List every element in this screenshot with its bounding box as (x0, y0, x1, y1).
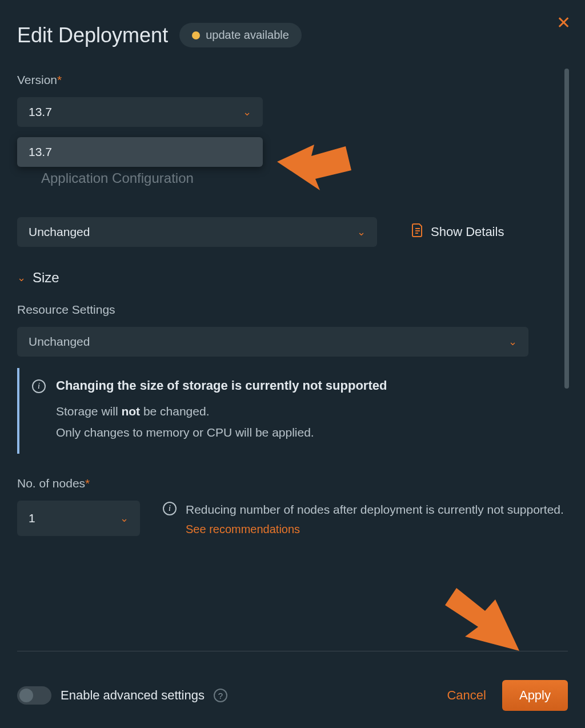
nodes-select[interactable]: 1 ⌄ (17, 501, 140, 537)
version-select[interactable]: 13.7 ⌄ (17, 97, 263, 127)
help-icon[interactable]: ? (214, 689, 227, 702)
see-recommendations-link[interactable]: See recommendations (186, 523, 300, 536)
info-icon: i (163, 502, 177, 515)
badge-text: update available (206, 29, 289, 42)
version-label: Version* (17, 73, 568, 87)
annotation-arrow-icon (246, 113, 360, 199)
storage-info-box: i Changing the size of storage is curren… (17, 368, 568, 454)
nodes-label: No. of nodes* (17, 477, 568, 490)
resource-settings-select[interactable]: Unchanged ⌄ (17, 327, 528, 357)
edit-deployment-dialog: ✕ Edit Deployment update available Versi… (0, 0, 585, 728)
advanced-settings-row: Enable advanced settings ? (17, 686, 227, 705)
close-icon[interactable]: ✕ (556, 14, 571, 31)
apply-button[interactable]: Apply (502, 680, 568, 711)
scrollbar[interactable] (564, 69, 569, 389)
dialog-title: Edit Deployment (17, 23, 168, 47)
chevron-down-icon: ⌄ (508, 335, 517, 348)
show-details-label: Show Details (431, 225, 504, 239)
document-icon (411, 223, 424, 241)
svg-marker-0 (277, 145, 351, 190)
version-value: 13.7 (29, 105, 52, 119)
advanced-settings-toggle[interactable] (17, 686, 51, 705)
cancel-button[interactable]: Cancel (447, 688, 486, 703)
annotation-arrow-icon (434, 577, 531, 668)
size-section-header[interactable]: ⌄ Size (17, 270, 568, 286)
nodes-value: 1 (29, 511, 35, 525)
status-dot-icon (192, 31, 200, 39)
app-config-header-obscured: Application Configuration (41, 170, 194, 186)
size-section-label: Size (33, 270, 59, 286)
advanced-settings-label: Enable advanced settings (61, 688, 205, 703)
info-title: Changing the size of storage is currentl… (56, 378, 562, 393)
dialog-header: Edit Deployment update available (17, 23, 568, 47)
info-icon: i (32, 379, 46, 393)
app-config-value: Unchanged (29, 225, 90, 239)
nodes-row: 1 ⌄ i Reducing number of nodes after dep… (17, 501, 568, 537)
resource-settings-label: Resource Settings (17, 303, 568, 317)
app-config-row: Unchanged ⌄ Show Details (17, 217, 568, 247)
update-available-badge: update available (179, 23, 302, 47)
app-config-select[interactable]: Unchanged ⌄ (17, 217, 377, 247)
show-details-button[interactable]: Show Details (411, 223, 504, 241)
chevron-down-icon: ⌄ (120, 512, 129, 525)
nodes-info: i Reducing number of nodes after deploym… (163, 501, 564, 537)
svg-marker-1 (445, 588, 519, 651)
nodes-warning: Reducing number of nodes after deploymen… (186, 501, 564, 519)
toggle-knob (19, 689, 33, 702)
footer-buttons: Cancel Apply (447, 680, 568, 711)
version-option[interactable]: 13.7 (17, 137, 263, 167)
chevron-down-icon: ⌄ (17, 271, 26, 284)
chevron-down-icon: ⌄ (357, 226, 366, 238)
info-text: Storage will not be changed. Only change… (56, 401, 562, 443)
resource-settings-value: Unchanged (29, 335, 90, 349)
dialog-body: Version* 13.7 ⌄ 13.7 Application Configu… (17, 73, 568, 647)
